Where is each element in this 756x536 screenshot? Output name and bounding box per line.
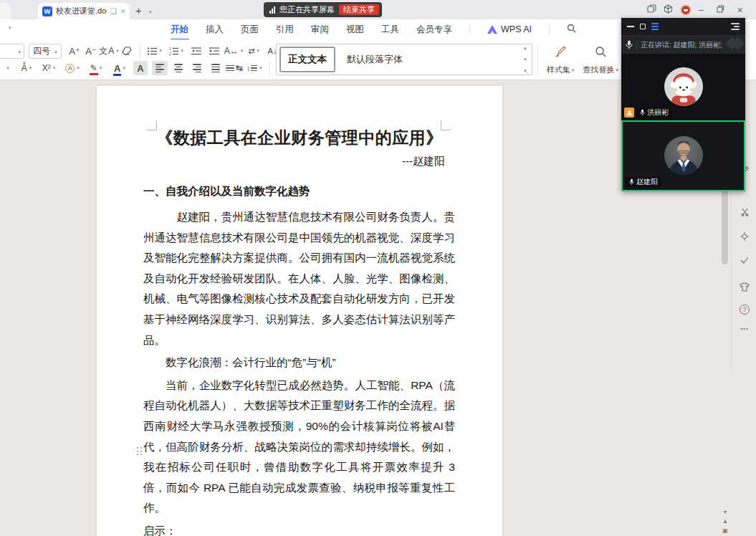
highlight-color-icon[interactable]: ✎ xyxy=(86,61,106,75)
style-default-font[interactable]: 默认段落字体 xyxy=(347,53,403,66)
menu-reference[interactable]: 引用 xyxy=(276,24,294,36)
paragraph-drag-handle[interactable] xyxy=(137,447,143,457)
workspace-boards-icon[interactable] xyxy=(647,4,656,16)
find-replace-button[interactable]: 查找替换 xyxy=(582,44,619,77)
cube-apps-icon[interactable] xyxy=(664,4,673,16)
tab-preview-icon[interactable]: ❑ xyxy=(110,7,117,15)
increase-indent-icon[interactable] xyxy=(206,44,222,58)
margin-crop-mark xyxy=(147,120,157,130)
meeting-maximize-icon[interactable] xyxy=(640,24,646,29)
align-center-icon[interactable] xyxy=(171,61,186,75)
menu-page[interactable]: 页面 xyxy=(241,24,259,36)
photo-avatar xyxy=(664,135,703,174)
meeting-layout-list-icon[interactable] xyxy=(651,23,659,30)
phonetic-guide-icon[interactable]: A̐ xyxy=(17,61,36,75)
paragraph[interactable]: 赵建阳，贵州通达智慧信息技术有限公司财务负责人。贵州通达智慧信息技术有限公司是中… xyxy=(143,207,455,350)
style-scroll-down-icon[interactable]: ▼ xyxy=(523,57,527,62)
offscreen-tab-stub xyxy=(0,3,11,19)
enclosed-char-icon[interactable]: A xyxy=(63,61,82,75)
distribute-icon[interactable]: ↹ xyxy=(226,61,242,75)
wps-ai-label: WPS AI xyxy=(501,24,532,34)
superscript-icon[interactable]: X² xyxy=(39,61,59,75)
quick-access-dropdown[interactable] xyxy=(7,24,11,32)
wps-writer-icon: W xyxy=(42,6,52,16)
clear-format-icon[interactable] xyxy=(120,44,133,58)
share-banner-text: 您正在共享屏幕 xyxy=(279,4,335,15)
rail-target-icon[interactable] xyxy=(738,232,751,243)
menu-items: 开始 插入 页面 引用 审阅 视图 工具 会员专享 WPS AI xyxy=(171,19,576,39)
document-tab[interactable]: W 校友进课堂.docx ❑ × xyxy=(38,3,130,19)
end-share-button[interactable]: 结束共享 xyxy=(339,4,379,15)
scrollbar-bottom-controls: ▼ ▲ ▣ xyxy=(719,507,731,535)
svg-text:1: 1 xyxy=(169,47,171,51)
window-restore-icon[interactable] xyxy=(717,5,724,15)
menu-view[interactable]: 视图 xyxy=(346,24,364,36)
align-right-icon[interactable] xyxy=(189,61,205,75)
document-tab-title: 校友进课堂.docx xyxy=(56,6,107,16)
style-set-button[interactable]: 样式集 xyxy=(542,44,579,77)
tab-list-dropdown[interactable] xyxy=(148,6,152,16)
style-scroll-up-icon[interactable]: ▲ xyxy=(523,46,527,50)
style-current[interactable]: 正文文本 xyxy=(279,47,335,72)
wrap-settings-icon[interactable]: ⇄ xyxy=(245,44,262,58)
meeting-panel[interactable]: 正在讲话: 赵建阳; 洪丽彬; 洪丽彬 xyxy=(621,18,745,191)
mic-icon xyxy=(629,178,634,186)
numbered-list-icon[interactable]: 12 xyxy=(167,44,186,58)
document-author[interactable]: ---赵建阳 xyxy=(97,155,502,168)
menu-membership[interactable]: 会员专享 xyxy=(416,24,452,36)
change-case-icon[interactable]: 文A xyxy=(100,44,118,58)
speaking-status-text: 正在讲话: 赵建阳; 洪丽彬; xyxy=(641,40,722,50)
paragraph[interactable]: 启示： xyxy=(143,521,455,536)
menu-wps-ai[interactable]: WPS AI xyxy=(487,24,532,34)
document-body[interactable]: 赵建阳，贵州通达智慧信息技术有限公司财务负责人。贵州通达智慧信息技术有限公司是中… xyxy=(143,207,455,536)
speaker-avatars-deco xyxy=(731,39,742,48)
help-icon[interactable]: ? xyxy=(738,304,751,315)
menu-divider xyxy=(549,25,550,34)
style-gallery-expand-icon[interactable]: ▼̲ xyxy=(523,69,527,73)
decrease-font-icon[interactable]: A⁻ xyxy=(84,44,98,58)
style-set-brush-icon xyxy=(555,46,567,58)
font-size-combo[interactable]: 四号 xyxy=(29,44,62,59)
previous-page-icon[interactable]: ▲ xyxy=(719,517,731,526)
more-tools-icon[interactable]: ••• xyxy=(738,325,751,332)
menu-tools[interactable]: 工具 xyxy=(381,24,399,36)
line-spacing-icon[interactable]: ↕ xyxy=(245,61,264,75)
meeting-collapse-panel-icon[interactable] xyxy=(731,23,740,30)
font-color-icon[interactable]: A xyxy=(110,61,130,75)
rail-clip-icon[interactable] xyxy=(738,208,751,219)
align-left-icon[interactable] xyxy=(152,61,168,75)
participant-tile-hong-libin[interactable]: 洪丽彬 xyxy=(621,54,745,120)
participant-tile-zhao-jianyang[interactable]: 赵建阳 xyxy=(621,120,745,191)
text-direction-icon[interactable]: A↔ xyxy=(224,44,243,58)
window-close-icon[interactable]: × xyxy=(737,4,743,16)
style-gallery-scroll[interactable]: ▲ ▼ ▼̲ xyxy=(521,46,530,73)
status-divider xyxy=(636,41,637,49)
next-page-icon[interactable]: ▣ xyxy=(719,526,731,535)
user-avatar[interactable] xyxy=(680,4,692,16)
bullet-list-icon[interactable] xyxy=(145,44,164,58)
menu-search-icon[interactable] xyxy=(567,23,576,36)
cartoon-avatar xyxy=(664,67,703,105)
paragraph[interactable]: 当前，企业数字化转型已成必然趋势。人工智能、RPA（流程自动化机器人）、大数据等… xyxy=(143,375,455,519)
new-tab-button[interactable]: + xyxy=(135,4,142,16)
menu-insert[interactable]: 插入 xyxy=(206,24,224,36)
document-heading[interactable]: 一、自我介绍以及当前数字化趋势 xyxy=(143,183,456,200)
scroll-down-icon[interactable]: ▼ xyxy=(719,507,731,517)
document-page[interactable]: 《数据工具在企业财务管理中的应用》 ---赵建阳 一、自我介绍以及当前数字化趋势… xyxy=(97,86,502,536)
window-minimize-icon[interactable]: – xyxy=(699,5,704,15)
decrease-indent-icon[interactable] xyxy=(188,44,204,58)
justify-icon[interactable] xyxy=(208,61,224,75)
char-shading-icon[interactable]: A xyxy=(133,61,148,75)
tab-close-icon[interactable]: × xyxy=(120,6,125,16)
increase-font-icon[interactable]: A⁺ xyxy=(67,44,82,58)
paragraph[interactable]: 数字化浪潮：会计行业的“危”与“机” xyxy=(143,353,455,373)
menu-home[interactable]: 开始 xyxy=(171,24,188,36)
rail-check-icon[interactable] xyxy=(738,256,751,266)
style-gallery[interactable]: 正文文本 默认段落字体 ▲ ▼ ▼̲ xyxy=(276,44,532,75)
misc-format-icon[interactable] xyxy=(1,61,13,75)
skin-center-icon[interactable] xyxy=(738,282,751,294)
menu-divider xyxy=(469,25,470,34)
font-name-combo[interactable] xyxy=(0,44,24,59)
menu-review[interactable]: 审阅 xyxy=(311,24,329,36)
meeting-minimize-icon[interactable] xyxy=(627,26,634,27)
